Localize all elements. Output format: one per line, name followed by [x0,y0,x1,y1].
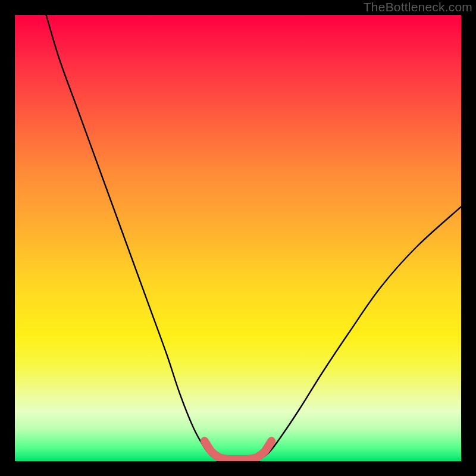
series-group [46,15,462,461]
chart-container: TheBottleneck.com [0,0,476,476]
watermark-text: TheBottleneck.com [364,0,472,14]
floor-curve [218,461,258,462]
plot-area [15,15,461,461]
chart-svg [15,15,461,461]
right-curve [258,207,461,461]
left-curve [46,15,218,461]
highlight-band [205,441,272,459]
